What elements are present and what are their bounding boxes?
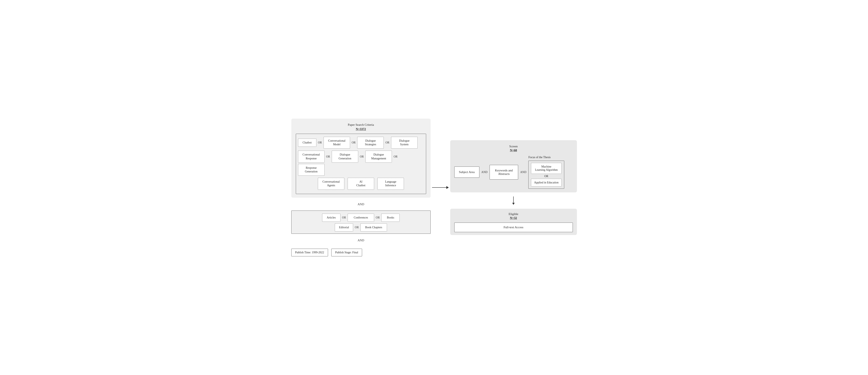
eligible-n: N=32 [510,216,517,219]
search-criteria-n: N=3372 [356,127,366,131]
or-7: OR [342,216,346,219]
publication-box: Articles OR Conferences OR Books Editori… [291,210,431,234]
kw-conv-agents: ConversationalAgents [318,178,344,190]
main-arrow [431,179,450,196]
publish-row: Publish Time: 1999-2022 Publish Stage: F… [291,249,431,257]
keywords-row-1: Chatbot OR ConversationalModel OR Dialog… [298,137,424,148]
or-1: OR [318,141,322,144]
search-criteria-subtitle: N=3372 [296,127,426,131]
kw-conv-response: ConversationalResponse [298,150,324,163]
focus-outer-box: MachineLearning Algorithm OR Applied in … [528,161,564,189]
kw-dialogue-gen: DialogueGeneration [332,150,358,163]
kw-editorial: Editorial [335,224,353,232]
kw-lang-inference: LanguageInference [377,178,404,190]
kw-conferences: Conferences [348,213,374,222]
kw-articles: Articles [322,213,340,222]
down-arrow-line [513,197,514,205]
or-4: OR [326,155,331,158]
fulltext-box: Full-text Access [454,223,573,232]
keywords-outer-box: Chatbot OR ConversationalModel OR Dialog… [296,134,426,194]
eligible-title: Eligible [454,212,573,216]
focus-ml-algo: MachineLearning Algorithm [531,163,562,174]
kw-ai-chatbot: AIChatbot [348,178,374,190]
search-criteria-box: Paper Search Criteria N=3372 Chatbot OR … [291,118,431,198]
focus-section: Focus of the Thesis MachineLearning Algo… [528,156,564,189]
and-label-1: AND [291,201,431,207]
screen-box: Screen N=60 Subject Area AND Keywords an… [450,140,577,193]
or-3: OR [385,141,390,144]
eligible-box: Eligible N=32 Full-text Access [450,209,577,235]
keywords-abstracts-box: Keywords andAbstracts [490,165,518,179]
kw-chatbot: Chatbot [298,139,316,147]
focus-applied-edu: Applied in Education [531,179,562,186]
screen-subtitle: N=60 [454,148,573,152]
down-arrow [450,196,577,205]
screen-and-2: AND [520,171,526,174]
pub-row-2: Editorial OR Book Chapters [294,224,428,232]
kw-response-gen: ResponseGeneration [298,164,324,176]
kw-book-chapters: Book Chapters [361,224,387,232]
kw-books: Books [381,213,400,222]
eligible-subtitle: N=32 [454,216,573,220]
and-label-2: AND [291,237,431,243]
or-9: OR [354,226,359,229]
or-5: OR [360,155,364,158]
screen-content: Subject Area AND Keywords andAbstracts A… [454,156,573,189]
or-2: OR [351,141,356,144]
kw-dialogue-sys: DialogueSystem [391,137,417,148]
screen-title: Screen [454,145,573,148]
right-panel: Screen N=60 Subject Area AND Keywords an… [450,140,577,235]
publish-stage-box: Publish Stage: Final [331,249,362,257]
diagram-container: Paper Search Criteria N=3372 Chatbot OR … [291,118,577,257]
keywords-row-3: ConversationalAgents AIChatbot LanguageI… [298,178,424,190]
kw-dialogue-mgmt: DialogueManagement [365,150,392,163]
publish-time-box: Publish Time: 1999-2022 [291,249,328,257]
or-8: OR [375,216,380,219]
left-panel: Paper Search Criteria N=3372 Chatbot OR … [291,118,431,257]
focus-title: Focus of the Thesis [528,156,551,159]
focus-or: OR [531,174,562,179]
subject-area-box: Subject Area [454,167,479,178]
screen-and-1: AND [482,171,488,174]
or-6: OR [393,155,398,158]
screen-n: N=60 [510,148,517,152]
kw-conv-model: ConversationalModel [323,137,350,148]
pub-row-1: Articles OR Conferences OR Books [294,213,428,222]
keywords-row-2: ConversationalResponse OR DialogueGenera… [298,150,424,176]
kw-dialogue-strat: DialogueStrategies [357,137,384,148]
search-criteria-title: Paper Search Criteria [296,123,426,127]
